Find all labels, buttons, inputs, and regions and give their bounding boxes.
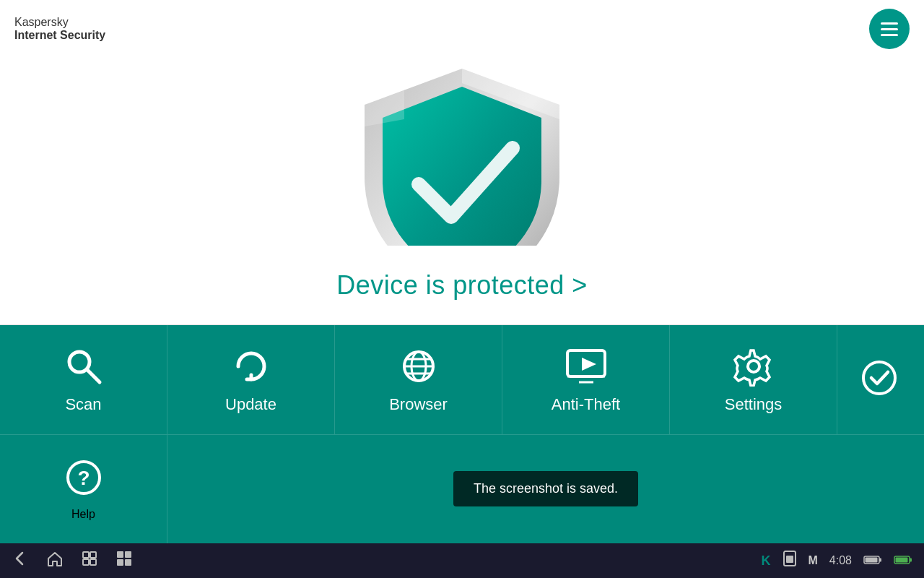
help-label: Help — [71, 508, 95, 521]
svg-rect-18 — [90, 559, 96, 565]
svg-rect-17 — [83, 559, 89, 565]
checkmark-circle-icon — [860, 359, 898, 400]
system-bar: K M 4:08 — [0, 543, 924, 578]
menu-button[interactable] — [869, 9, 910, 49]
home-icon[interactable] — [46, 550, 64, 571]
status-area[interactable]: Device is protected > — [0, 246, 924, 325]
browser-label: Browser — [389, 395, 448, 414]
status-text: Device is protected > — [336, 270, 588, 301]
system-time: 4:08 — [829, 554, 852, 567]
antitheft-label: Anti-Theft — [552, 395, 620, 414]
hamburger-icon — [881, 22, 898, 36]
svg-point-11 — [748, 361, 759, 372]
svg-line-1 — [87, 370, 100, 382]
kaspersky-status-icon: K — [762, 553, 771, 569]
svg-rect-29 — [896, 558, 908, 563]
recents-icon[interactable] — [81, 550, 98, 571]
svg-rect-26 — [866, 558, 878, 563]
svg-rect-16 — [90, 552, 96, 558]
svg-point-12 — [863, 362, 895, 394]
nav-item-scan[interactable]: Scan — [0, 325, 167, 434]
svg-rect-15 — [83, 552, 89, 558]
nav-item-settings[interactable]: Settings — [670, 325, 837, 434]
svg-rect-19 — [117, 551, 123, 558]
header: Kaspersky Internet Security — [0, 0, 924, 58]
nav-item-update[interactable]: Update — [167, 325, 335, 434]
svg-rect-30 — [910, 558, 912, 562]
app-title: Kaspersky Internet Security — [14, 16, 105, 42]
screen-play-icon — [565, 345, 608, 388]
svg-rect-21 — [117, 559, 123, 566]
sim-icon — [783, 550, 797, 571]
search-icon — [62, 345, 105, 388]
nav-item-antitheft[interactable]: Anti-Theft — [502, 325, 670, 434]
toast-text: The screenshot is saved. — [474, 481, 618, 496]
nav-row2: ? Help The screenshot is saved. — [0, 435, 924, 544]
refresh-icon — [230, 345, 273, 388]
svg-rect-20 — [125, 551, 131, 558]
grid-icon[interactable] — [116, 550, 133, 571]
product-name: Internet Security — [14, 29, 105, 42]
sys-nav-icons — [12, 550, 133, 571]
gear-icon — [732, 345, 775, 388]
nav-item-help[interactable]: ? Help — [0, 435, 167, 544]
screenshot-toast: The screenshot is saved. — [453, 471, 638, 506]
bottom-panel: Scan Update Bro — [0, 325, 924, 543]
globe-icon — [397, 345, 440, 388]
help-circle-icon: ? — [64, 457, 104, 501]
settings-label: Settings — [725, 395, 783, 414]
toast-area: The screenshot is saved. — [167, 471, 924, 506]
battery-full-icon — [894, 551, 912, 570]
sys-status-icons: K M 4:08 — [762, 550, 912, 571]
nav-item-check[interactable] — [837, 325, 921, 434]
brand-name: Kaspersky — [14, 16, 105, 29]
nav-row1: Scan Update Bro — [0, 325, 924, 435]
update-label: Update — [225, 395, 276, 414]
svg-rect-27 — [879, 558, 881, 562]
svg-rect-24 — [786, 556, 793, 563]
svg-text:?: ? — [77, 467, 90, 489]
svg-rect-22 — [125, 559, 131, 566]
scan-label: Scan — [65, 395, 101, 414]
battery-bar-icon — [863, 551, 882, 570]
gmail-icon: M — [808, 554, 818, 567]
back-icon[interactable] — [12, 550, 29, 571]
svg-marker-10 — [582, 358, 596, 371]
nav-item-browser[interactable]: Browser — [335, 325, 502, 434]
